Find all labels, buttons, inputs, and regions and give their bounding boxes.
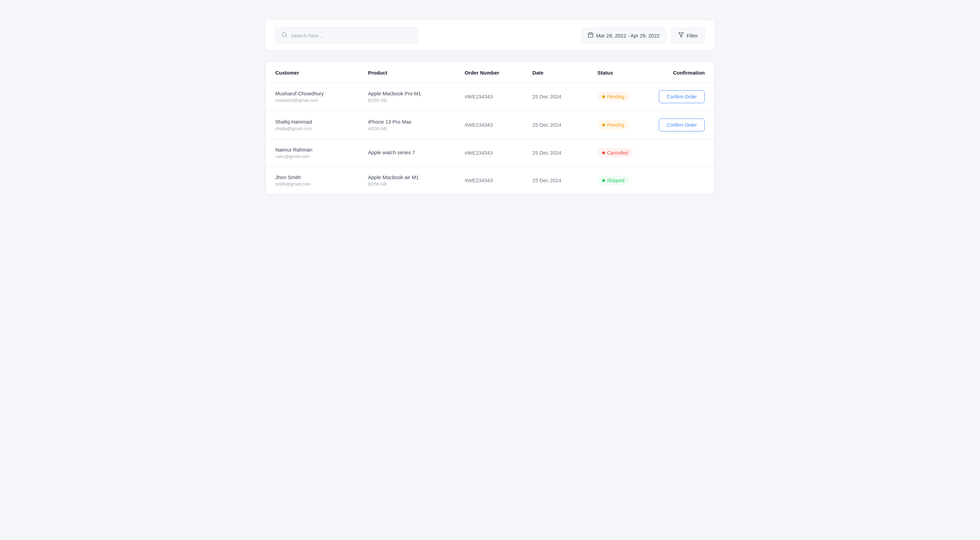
date-range-label: Mar 28, 2022 - Apr 29, 2022 [596,33,660,38]
confirmation-cell [649,167,714,194]
status-cell: Cancelled [588,139,649,167]
order-date: 25 Dec 2024 [533,94,562,99]
confirm-order-button-1[interactable]: Confirm Order [659,90,705,103]
order-number-cell: #WE234343 [455,139,523,167]
date-cell: 25 Dec 2024 [523,139,588,167]
orders-table: Customer Product Order Number Date Statu… [266,62,714,194]
product-spec: 4/256 GB [368,126,446,131]
status-label: Pending [607,122,624,128]
status-cell: Pending [588,83,649,111]
customer-email: smith@gmail.com [275,182,349,186]
product-spec: 8/256 GB [368,182,446,186]
table-row: Musharof Chowdhury musharof@gmail.com Ap… [266,83,714,111]
customer-email: musharof@gmail.com [275,98,349,103]
customer-name: Naimur Rahman [275,147,349,153]
customer-cell: Naimur Rahman naim@gmail.com [266,139,359,167]
customer-name: Musharof Chowdhury [275,91,349,96]
header-order-number: Order Number [455,62,523,83]
product-cell: Apple watch series 7 [359,139,455,167]
product-name: iPhone 13 Pro Max [368,119,446,124]
header-customer: Customer [266,62,359,83]
confirmation-cell: Confirm Order [649,83,714,111]
customer-email: naim@gmail.com [275,154,349,159]
product-name: Apple Macbook Pro M1 [368,91,446,96]
calendar-icon [588,32,593,39]
date-cell: 25 Dec 2024 [523,167,588,194]
status-cell: Shipped [588,167,649,194]
customer-email: shafiq@gmail.com [275,126,349,131]
product-cell: iPhone 13 Pro Max 4/256 GB [359,111,455,139]
svg-line-1 [285,36,286,37]
order-number: #WE234343 [465,94,493,99]
header-status: Status [588,62,649,83]
filter-label: Filter [687,33,698,38]
status-dot [602,96,605,98]
status-badge: Pending [598,120,629,130]
svg-marker-6 [679,33,683,37]
customer-name: Shafiq Hammad [275,119,349,124]
product-name: Apple Macbook air M1 [368,174,446,180]
order-date: 25 Dec 2024 [533,122,562,128]
order-number-cell: #WE234343 [455,111,523,139]
status-badge: Cancelled [598,148,633,158]
order-number: #WE234343 [465,150,493,156]
search-icon [282,32,288,39]
status-dot [602,124,605,126]
table-row: Shafiq Hammad shafiq@gmail.com iPhone 13… [266,111,714,139]
page-container: Mar 28, 2022 - Apr 29, 2022 Filter Custo… [266,21,714,194]
date-cell: 25 Dec 2024 [523,111,588,139]
product-spec: 8/256 GB [368,98,446,103]
product-cell: Apple Macbook air M1 8/256 GB [359,167,455,194]
confirm-order-button-2[interactable]: Confirm Order [659,118,705,131]
customer-cell: Musharof Chowdhury musharof@gmail.com [266,83,359,111]
status-dot [602,179,605,182]
order-date: 25 Dec 2024 [533,177,562,183]
confirmation-cell: Confirm Order [649,111,714,139]
date-range-button[interactable]: Mar 28, 2022 - Apr 29, 2022 [581,27,666,43]
order-number: #WE234343 [465,177,493,183]
date-cell: 25 Dec 2024 [523,83,588,111]
order-number: #WE234343 [465,122,493,128]
status-badge: Shipped [598,176,629,185]
status-dot [602,151,605,154]
svg-rect-2 [588,33,593,37]
product-name: Apple watch series 7 [368,150,446,155]
header-date: Date [523,62,588,83]
customer-cell: Jhon Smith smith@gmail.com [266,167,359,194]
search-wrapper [275,27,418,44]
table-header-row: Customer Product Order Number Date Statu… [266,62,714,83]
order-number-cell: #WE234343 [455,167,523,194]
customer-cell: Shafiq Hammad shafiq@gmail.com [266,111,359,139]
table-row: Jhon Smith smith@gmail.com Apple Macbook… [266,167,714,194]
header-product: Product [359,62,455,83]
status-badge: Pending [598,92,629,102]
search-input[interactable] [291,33,411,38]
status-label: Pending [607,94,624,99]
filter-icon [678,32,684,39]
header-confirmation: Confirmation [649,62,714,83]
table-row: Naimur Rahman naim@gmail.com Apple watch… [266,139,714,167]
confirmation-cell [649,139,714,167]
order-number-cell: #WE234343 [455,83,523,111]
customer-name: Jhon Smith [275,174,349,180]
status-label: Shipped [607,178,624,183]
search-filter-bar: Mar 28, 2022 - Apr 29, 2022 Filter [266,21,714,50]
status-cell: Pending [588,111,649,139]
filter-button[interactable]: Filter [671,27,705,43]
status-label: Cancelled [607,150,628,156]
product-cell: Apple Macbook Pro M1 8/256 GB [359,83,455,111]
orders-table-container: Customer Product Order Number Date Statu… [266,61,714,194]
right-controls: Mar 28, 2022 - Apr 29, 2022 Filter [581,27,705,43]
order-date: 25 Dec 2024 [533,150,562,156]
